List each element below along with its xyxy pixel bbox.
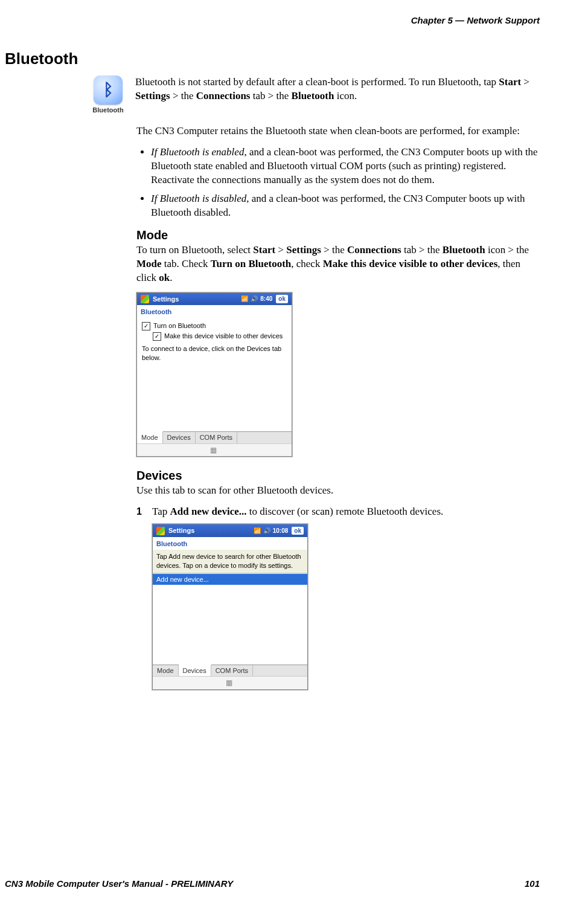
keyboard-toggle-icon[interactable]: ▦ xyxy=(153,676,307,689)
screenshot-devices: Settings 📶 🔊 10:08 ok Bluetooth Tap Add … xyxy=(152,524,308,689)
step-number: 1 xyxy=(136,505,146,519)
page-footer: CN3 Mobile Computer User's Manual - PREL… xyxy=(5,878,540,890)
shot-tabs: Mode Devices COM Ports xyxy=(137,431,292,443)
intro-paragraph: Bluetooth is not started by default afte… xyxy=(135,76,540,111)
bluetooth-app-icon: ᛒ Bluetooth xyxy=(89,76,127,115)
page-number: 101 xyxy=(525,878,540,890)
ok-button[interactable]: ok xyxy=(292,527,304,535)
devices-paragraph: Use this tab to scan for other Bluetooth… xyxy=(136,484,540,498)
start-flag-icon[interactable] xyxy=(156,527,165,535)
shot-subtitle: Bluetooth xyxy=(137,305,292,318)
signal-icon: 📶 xyxy=(254,527,261,535)
tab-mode[interactable]: Mode xyxy=(153,665,179,677)
checkbox-label: Make this device visible to other device… xyxy=(164,332,283,341)
shot-titlebar: Settings 📶 🔊 8:40 ok xyxy=(137,293,292,306)
device-list: Add new device... xyxy=(153,573,307,665)
screenshot-mode: Settings 📶 🔊 8:40 ok Bluetooth ✓ Turn on… xyxy=(136,292,292,457)
running-header: Chapter 5 — Network Support xyxy=(0,14,540,27)
checkbox-turn-on[interactable]: ✓ xyxy=(142,322,150,330)
add-new-device-item[interactable]: Add new device... xyxy=(153,574,307,585)
shot-title: Settings xyxy=(168,526,194,535)
shot-tabs: Mode Devices COM Ports xyxy=(153,665,307,677)
tab-comports[interactable]: COM Ports xyxy=(211,665,253,677)
shot-subtitle: Bluetooth xyxy=(153,537,307,550)
clock-text: 8:40 xyxy=(260,295,272,303)
shot-note: To connect to a device, click on the Dev… xyxy=(142,344,287,362)
checkbox-label: Turn on Bluetooth xyxy=(153,321,206,330)
mode-heading: Mode xyxy=(136,227,540,243)
retain-state-paragraph: The CN3 Computer retains the Bluetooth s… xyxy=(136,124,540,138)
list-item: If Bluetooth is disabled, and a clean-bo… xyxy=(151,192,540,220)
checkbox-visible[interactable]: ✓ xyxy=(153,332,161,341)
tab-mode[interactable]: Mode xyxy=(137,431,163,443)
shot-help-text: Tap Add new device to search for other B… xyxy=(153,550,307,573)
shot-titlebar: Settings 📶 🔊 10:08 ok xyxy=(153,524,307,537)
bluetooth-icon-label: Bluetooth xyxy=(89,106,127,115)
start-flag-icon[interactable] xyxy=(141,295,149,303)
mode-paragraph: To turn on Bluetooth, select Start > Set… xyxy=(136,243,540,285)
step-1: 1 Tap Add new device... to discover (or … xyxy=(136,505,540,519)
section-title: Bluetooth xyxy=(5,48,540,69)
tab-devices[interactable]: Devices xyxy=(179,665,211,677)
tab-comports[interactable]: COM Ports xyxy=(196,432,237,443)
status-icons: 📶 🔊 8:40 xyxy=(241,295,272,303)
clock-text: 10:08 xyxy=(273,527,289,535)
devices-heading: Devices xyxy=(136,468,540,484)
shot-title: Settings xyxy=(153,295,179,304)
status-icons: 📶 🔊 10:08 xyxy=(254,527,289,535)
signal-icon: 📶 xyxy=(241,295,248,303)
tab-devices[interactable]: Devices xyxy=(163,432,196,443)
volume-icon: 🔊 xyxy=(263,527,270,535)
keyboard-toggle-icon[interactable]: ▦ xyxy=(137,443,292,456)
footer-title: CN3 Mobile Computer User's Manual - PREL… xyxy=(5,878,233,890)
list-item: If Bluetooth is enabled, and a clean-boo… xyxy=(151,146,540,187)
bluetooth-glyph-icon: ᛒ xyxy=(94,76,123,105)
bluetooth-state-list: If Bluetooth is enabled, and a clean-boo… xyxy=(136,146,540,220)
ok-button[interactable]: ok xyxy=(276,295,288,303)
volume-icon: 🔊 xyxy=(251,295,258,303)
